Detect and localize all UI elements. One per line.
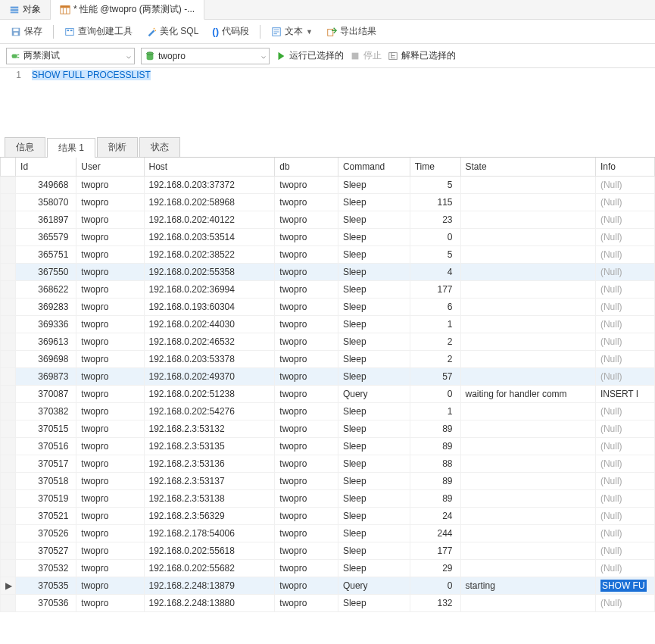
cell[interactable]: twopro bbox=[275, 594, 338, 611]
cell[interactable]: twopro bbox=[275, 176, 338, 193]
cell[interactable]: (Null) bbox=[595, 367, 654, 385]
cell[interactable]: 57 bbox=[410, 367, 460, 385]
cell[interactable]: 192.168.0.203:53378 bbox=[144, 350, 275, 367]
cell[interactable]: Query bbox=[338, 385, 410, 402]
cell[interactable]: 368622 bbox=[16, 280, 76, 298]
cell[interactable]: (Null) bbox=[595, 489, 654, 507]
cell[interactable] bbox=[460, 298, 595, 315]
cell[interactable]: twopro bbox=[275, 298, 338, 315]
cell[interactable]: 192.168.0.202:40122 bbox=[144, 211, 275, 228]
cell[interactable]: 370517 bbox=[16, 455, 76, 472]
cell[interactable]: twopro bbox=[76, 489, 144, 507]
cell[interactable]: Sleep bbox=[338, 263, 410, 280]
table-row[interactable]: 370536twopro192.168.2.248:13880twoproSle… bbox=[1, 594, 655, 611]
cell[interactable]: twopro bbox=[76, 455, 144, 472]
explain-button[interactable]: E 解释已选择的 bbox=[388, 49, 456, 62]
cell[interactable]: 192.168.2.3:53137 bbox=[144, 472, 275, 489]
cell[interactable] bbox=[460, 350, 595, 367]
cell[interactable]: 358070 bbox=[16, 193, 76, 211]
cell[interactable]: Sleep bbox=[338, 594, 410, 611]
tab-result[interactable]: 结果 1 bbox=[47, 138, 95, 158]
cell[interactable]: Sleep bbox=[338, 245, 410, 263]
cell[interactable]: (Null) bbox=[595, 315, 654, 333]
cell[interactable]: twopro bbox=[76, 245, 144, 263]
table-row[interactable]: 369613twopro192.168.0.202:46532twoproSle… bbox=[1, 333, 655, 350]
cell[interactable]: (Null) bbox=[595, 524, 654, 542]
stop-button[interactable]: 停止 bbox=[350, 49, 382, 62]
cell[interactable]: 369283 bbox=[16, 298, 76, 315]
cell[interactable]: twopro bbox=[76, 542, 144, 559]
cell[interactable]: Sleep bbox=[338, 489, 410, 507]
cell[interactable] bbox=[460, 280, 595, 298]
cell[interactable] bbox=[460, 367, 595, 385]
cell[interactable]: Sleep bbox=[338, 193, 410, 211]
cell[interactable]: (Null) bbox=[595, 402, 654, 420]
cell[interactable]: Sleep bbox=[338, 542, 410, 559]
cell[interactable]: twopro bbox=[76, 367, 144, 385]
cell[interactable]: Sleep bbox=[338, 280, 410, 298]
cell[interactable]: 361897 bbox=[16, 211, 76, 228]
table-row[interactable]: 367550twopro192.168.0.202:55358twoproSle… bbox=[1, 263, 655, 280]
cell[interactable]: 365579 bbox=[16, 228, 76, 245]
cell[interactable]: twopro bbox=[76, 472, 144, 489]
cell[interactable]: twopro bbox=[76, 333, 144, 350]
col-user[interactable]: User bbox=[76, 158, 144, 176]
cell[interactable]: (Null) bbox=[595, 437, 654, 455]
cell[interactable]: twopro bbox=[76, 577, 144, 594]
cell[interactable]: 369336 bbox=[16, 315, 76, 333]
cell[interactable]: (Null) bbox=[595, 280, 654, 298]
export-button[interactable]: 导出结果 bbox=[322, 23, 381, 39]
cell[interactable]: 192.168.2.3:53135 bbox=[144, 437, 275, 455]
cell[interactable] bbox=[460, 211, 595, 228]
sql-editor[interactable]: 1 SHOW FULL PROCESSLIST bbox=[0, 68, 655, 138]
text-button[interactable]: 文本 ▼ bbox=[267, 23, 317, 39]
table-row[interactable]: 370518twopro192.168.2.3:53137twoproSleep… bbox=[1, 472, 655, 489]
cell[interactable]: 24 bbox=[410, 507, 460, 524]
col-command[interactable]: Command bbox=[338, 158, 410, 176]
cell[interactable]: (Null) bbox=[595, 507, 654, 524]
cell[interactable]: SHOW FU bbox=[595, 577, 654, 594]
table-row[interactable]: 370517twopro192.168.2.3:53136twoproSleep… bbox=[1, 455, 655, 472]
cell[interactable]: 192.168.0.202:49370 bbox=[144, 367, 275, 385]
cell[interactable]: 192.168.0.202:51238 bbox=[144, 385, 275, 402]
cell[interactable]: twopro bbox=[76, 594, 144, 611]
snippet-button[interactable]: () 代码段 bbox=[207, 23, 254, 39]
cell[interactable]: twopro bbox=[76, 385, 144, 402]
cell[interactable]: (Null) bbox=[595, 594, 654, 611]
cell[interactable]: waiting for handler comm bbox=[460, 385, 595, 402]
cell[interactable]: 369873 bbox=[16, 367, 76, 385]
cell[interactable]: 244 bbox=[410, 524, 460, 542]
cell[interactable]: 0 bbox=[410, 577, 460, 594]
cell[interactable]: 1 bbox=[410, 315, 460, 333]
cell[interactable]: Sleep bbox=[338, 455, 410, 472]
cell[interactable]: twopro bbox=[76, 524, 144, 542]
table-row[interactable]: 370519twopro192.168.2.3:53138twoproSleep… bbox=[1, 489, 655, 507]
cell[interactable]: 6 bbox=[410, 298, 460, 315]
table-row[interactable]: 370532twopro192.168.0.202:55682twoproSle… bbox=[1, 559, 655, 577]
cell[interactable]: (Null) bbox=[595, 298, 654, 315]
cell[interactable]: 89 bbox=[410, 437, 460, 455]
cell[interactable]: 23 bbox=[410, 211, 460, 228]
cell[interactable]: twopro bbox=[275, 437, 338, 455]
cell[interactable]: 370536 bbox=[16, 594, 76, 611]
cell[interactable]: INSERT I bbox=[595, 385, 654, 402]
cell[interactable]: 370527 bbox=[16, 542, 76, 559]
cell[interactable]: Sleep bbox=[338, 333, 410, 350]
cell[interactable]: 1 bbox=[410, 402, 460, 420]
cell[interactable] bbox=[460, 420, 595, 437]
cell[interactable]: 192.168.0.202:55682 bbox=[144, 559, 275, 577]
cell[interactable]: 177 bbox=[410, 280, 460, 298]
cell[interactable]: Sleep bbox=[338, 367, 410, 385]
cell[interactable]: (Null) bbox=[595, 420, 654, 437]
table-row[interactable]: 370087twopro192.168.0.202:51238twoproQue… bbox=[1, 385, 655, 402]
cell[interactable]: 370532 bbox=[16, 559, 76, 577]
cell[interactable]: 192.168.2.3:53132 bbox=[144, 420, 275, 437]
run-button[interactable]: 运行已选择的 bbox=[276, 49, 344, 62]
cell[interactable]: 192.168.0.203:53514 bbox=[144, 228, 275, 245]
cell[interactable]: Sleep bbox=[338, 315, 410, 333]
cell[interactable]: (Null) bbox=[595, 176, 654, 193]
cell[interactable]: twopro bbox=[275, 507, 338, 524]
cell[interactable]: 5 bbox=[410, 176, 460, 193]
cell[interactable]: 370087 bbox=[16, 385, 76, 402]
table-row[interactable]: 370515twopro192.168.2.3:53132twoproSleep… bbox=[1, 420, 655, 437]
